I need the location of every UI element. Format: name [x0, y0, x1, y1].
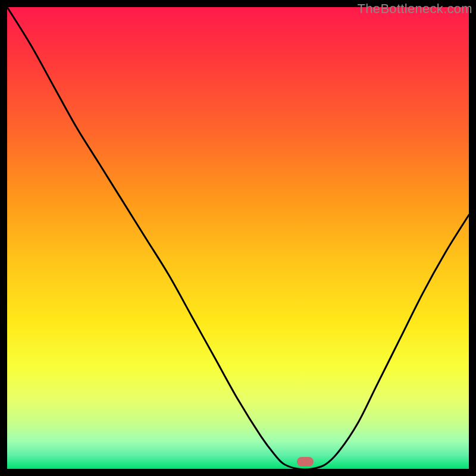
watermark-text: TheBottleneck.com	[358, 1, 472, 17]
optimal-marker	[297, 457, 314, 466]
bottleneck-curve	[7, 7, 469, 469]
plot-area	[7, 7, 469, 469]
chart-frame: TheBottleneck.com	[0, 0, 476, 476]
